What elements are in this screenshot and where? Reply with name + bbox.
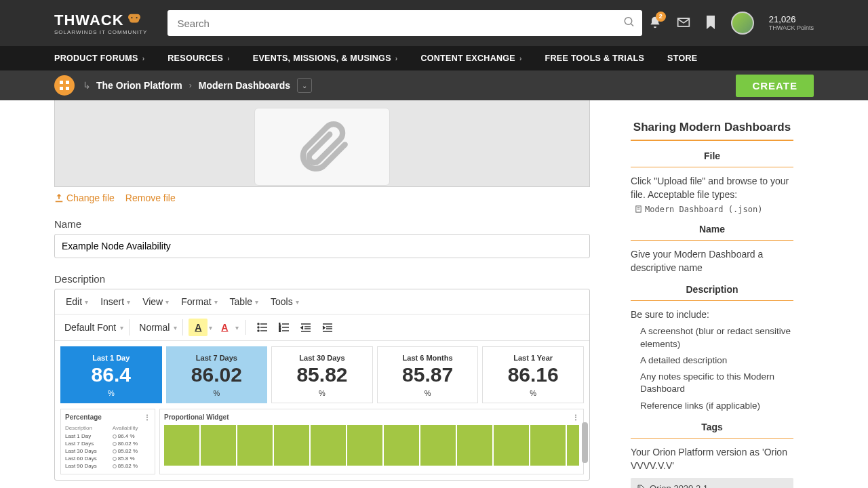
upload-icon [54,193,64,203]
topbar-actions: 2 21,026 THWACK Points [648,12,814,35]
percentage-widget: Percentage⋮ DescriptionAvailability Last… [60,409,155,474]
sidebar-desc-text: Be sure to include: [631,308,793,321]
svg-point-10 [258,327,259,328]
nav-free-tools[interactable]: FREE TOOLS & TRIALS [545,54,644,63]
tile-year: Last 1 Year86.16% [482,346,584,403]
upload-dropzone[interactable] [54,100,590,187]
sidebar-file-heading: File [631,150,793,167]
tag-icon [637,485,646,488]
bookmark-icon[interactable] [705,16,716,31]
sidebar-name-text: Give your Modern Dashboard a descriptive… [631,247,793,275]
outdent-button[interactable] [296,319,315,336]
breadcrumb-dropdown[interactable]: ⌄ [297,78,312,93]
text-highlight-button[interactable]: A [189,319,208,336]
nav-content-exchange[interactable]: CONTENT EXCHANGE› [420,54,521,63]
menu-insert[interactable]: Insert ▾ [95,293,136,310]
tag-example: Orion 2020.2.1 [631,478,793,488]
logo[interactable]: THWACK SOLARWINDS IT COMMUNITY [54,12,147,35]
category-icon[interactable] [54,75,75,96]
chevron-right-icon: › [519,55,522,62]
tile-day: Last 1 Day86.4% [60,346,162,403]
notifications-button[interactable]: 2 [648,16,662,31]
chevron-right-icon: › [395,55,398,62]
logo-text: THWACK [54,12,124,29]
svg-point-12 [258,330,259,331]
nav-events[interactable]: EVENTS, MISSIONS, & MUSINGS› [253,54,398,63]
svg-point-8 [258,323,259,325]
brain-icon [127,12,142,29]
chevron-right-icon: › [189,81,192,90]
svg-rect-4 [60,81,63,84]
nav-resources[interactable]: RESOURCES› [167,54,230,63]
sidebar-tags-heading: Tags [631,422,793,439]
sidebar-file-text: Click "Upload file" and browse to your f… [631,174,793,202]
sidebar-tags-text: Your Orion Platform version as 'Orion VV… [631,445,793,473]
scrollbar-thumb[interactable] [582,422,588,463]
description-label: Description [54,273,590,285]
tile-month: Last 30 Days85.82% [271,346,373,403]
svg-rect-5 [66,81,69,84]
menu-format[interactable]: Format ▾ [176,293,222,310]
main-nav: PRODUCT FORUMS› RESOURCES› EVENTS, MISSI… [0,46,868,70]
breadcrumb-dashboards[interactable]: Modern Dashboards [199,80,290,91]
breadcrumb-bar: ↳ The Orion Platform › Modern Dashboards… [0,70,868,100]
paperclip-icon [292,117,353,178]
widget-menu-icon[interactable]: ⋮ [144,413,151,421]
menu-tools[interactable]: Tools ▾ [265,293,304,310]
list-item: A screenshot (blur or redact sensitive e… [640,325,793,350]
list-item: Any notes specific to this Modern Dashbo… [640,371,793,395]
tile-week: Last 7 Days86.02% [166,346,268,403]
editor-toolbar: Default Font▾ Normal▾ A ▾ A ▾ 123 [55,314,589,341]
points-value: 21,026 [769,14,814,25]
search-input[interactable] [167,10,642,36]
editor-body[interactable]: Last 1 Day86.4% Last 7 Days86.02% Last 3… [55,341,589,480]
points-display: 21,026 THWACK Points [769,14,814,32]
svg-point-1 [136,17,137,18]
create-button[interactable]: CREATE [736,75,814,97]
file-thumbnail [254,108,390,186]
search-container [167,10,642,36]
svg-point-31 [639,486,641,487]
notification-badge: 2 [656,12,666,22]
avatar[interactable] [731,12,754,35]
widget-menu-icon[interactable]: ⋮ [572,413,579,421]
svg-line-3 [631,24,634,26]
text-color-button[interactable]: A [215,319,234,336]
sidebar-name-heading: Name [631,224,793,241]
proportional-widget: Proportional Widget⋮ [159,409,584,474]
breadcrumb-orion[interactable]: The Orion Platform [96,80,182,91]
messages-icon[interactable] [677,17,690,30]
editor-menubar: Edit ▾ Insert ▾ View ▾ Format ▾ Table ▾ … [55,289,589,314]
return-icon: ↳ [83,80,91,91]
menu-table[interactable]: Table ▾ [224,293,264,310]
bullet-list-button[interactable] [253,319,272,336]
svg-text:3: 3 [279,329,281,332]
list-item: A detailed description [640,354,793,367]
rich-text-editor: Edit ▾ Insert ▾ View ▾ Format ▾ Table ▾ … [54,289,590,481]
form-area: Change file Remove file Name Description… [54,100,590,488]
svg-rect-7 [66,87,69,90]
sidebar-filetype: Modern Dashboard (.json) [631,205,793,214]
name-label: Name [54,218,590,230]
list-item: Reference links (if applicable) [640,400,793,412]
menu-edit[interactable]: Edit ▾ [60,293,94,310]
nav-product-forums[interactable]: PRODUCT FORUMS› [54,54,144,63]
indent-button[interactable] [318,319,337,336]
svg-point-0 [131,17,132,18]
numbered-list-button[interactable]: 123 [275,319,294,336]
sidebar-desc-heading: Description [631,284,793,301]
size-select[interactable]: Normal [135,319,174,336]
remove-file-link[interactable]: Remove file [125,192,176,203]
tile-6months: Last 6 Months85.87% [377,346,479,403]
bar-chart [164,425,579,466]
menu-view[interactable]: View ▾ [137,293,174,310]
chevron-right-icon: › [227,55,230,62]
sidebar-bullets: A screenshot (blur or redact sensitive e… [631,325,793,411]
svg-point-2 [625,18,633,25]
nav-store[interactable]: STORE [667,54,697,63]
change-file-link[interactable]: Change file [54,192,115,203]
font-select[interactable]: Default Font [60,319,120,336]
name-input[interactable] [54,234,590,258]
svg-rect-6 [60,87,63,90]
search-icon[interactable] [623,16,635,30]
